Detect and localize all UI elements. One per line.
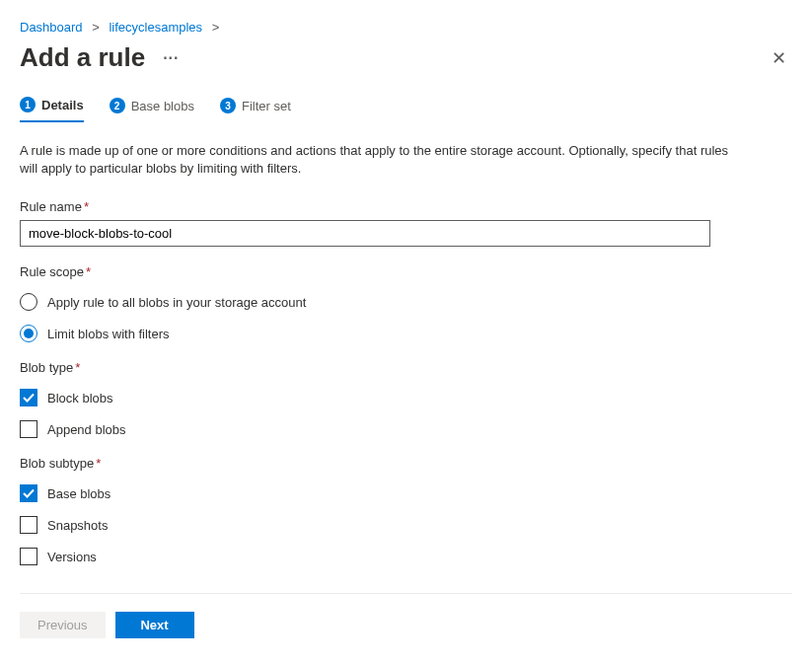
- footer-buttons: Previous Next: [20, 593, 792, 638]
- close-icon[interactable]: ✕: [766, 43, 792, 73]
- breadcrumb-dashboard[interactable]: Dashboard: [20, 20, 83, 35]
- tab-label: Base blobs: [131, 99, 194, 113]
- chevron-right-icon: >: [212, 20, 220, 35]
- next-button[interactable]: Next: [115, 612, 194, 638]
- checkbox-label: Append blobs: [47, 422, 126, 437]
- tab-filter-set[interactable]: 3 Filter set: [220, 97, 291, 122]
- radio-label: Limit blobs with filters: [47, 327, 170, 341]
- step-number-icon: 1: [20, 97, 36, 112]
- wizard-tabs: 1 Details 2 Base blobs 3 Filter set: [20, 97, 792, 122]
- tab-base-blobs[interactable]: 2 Base blobs: [110, 97, 194, 122]
- checkbox-icon: [20, 516, 37, 534]
- page-title: Add a rule ···: [20, 42, 179, 73]
- tab-label: Filter set: [242, 99, 291, 113]
- checkbox-icon: [20, 420, 37, 438]
- blob-subtype-snapshots-checkbox[interactable]: Snapshots: [20, 516, 792, 534]
- blob-subtype-base-checkbox[interactable]: Base blobs: [20, 484, 792, 502]
- tab-label: Details: [41, 98, 84, 112]
- blob-subtype-label: Blob subtype*: [20, 456, 792, 471]
- step-number-icon: 2: [110, 98, 125, 113]
- rule-scope-label: Rule scope*: [20, 264, 792, 279]
- tab-details[interactable]: 1 Details: [20, 97, 84, 122]
- rule-name-input[interactable]: [20, 220, 710, 247]
- scope-all-radio[interactable]: Apply rule to all blobs in your storage …: [20, 293, 792, 311]
- checkbox-icon: [20, 484, 37, 502]
- blob-type-block-checkbox[interactable]: Block blobs: [20, 389, 792, 406]
- checkbox-label: Block blobs: [47, 391, 112, 406]
- checkbox-icon: [20, 389, 37, 406]
- scope-limit-radio[interactable]: Limit blobs with filters: [20, 325, 792, 342]
- description-text: A rule is made up of one or more conditi…: [20, 142, 730, 178]
- more-icon[interactable]: ···: [163, 49, 179, 67]
- radio-icon: [20, 293, 37, 311]
- blob-subtype-versions-checkbox[interactable]: Versions: [20, 548, 792, 565]
- blob-type-append-checkbox[interactable]: Append blobs: [20, 420, 792, 438]
- radio-icon: [20, 325, 37, 342]
- chevron-right-icon: >: [92, 20, 100, 35]
- breadcrumb: Dashboard > lifecyclesamples >: [20, 20, 792, 35]
- breadcrumb-lifecyclesamples[interactable]: lifecyclesamples: [109, 20, 202, 35]
- radio-label: Apply rule to all blobs in your storage …: [47, 295, 306, 310]
- previous-button[interactable]: Previous: [20, 612, 106, 638]
- checkbox-icon: [20, 548, 37, 565]
- checkbox-label: Base blobs: [47, 486, 111, 501]
- rule-name-label: Rule name*: [20, 199, 792, 214]
- blob-type-label: Blob type*: [20, 360, 792, 375]
- step-number-icon: 3: [220, 98, 236, 113]
- checkbox-label: Versions: [47, 550, 97, 564]
- checkbox-label: Snapshots: [47, 518, 108, 533]
